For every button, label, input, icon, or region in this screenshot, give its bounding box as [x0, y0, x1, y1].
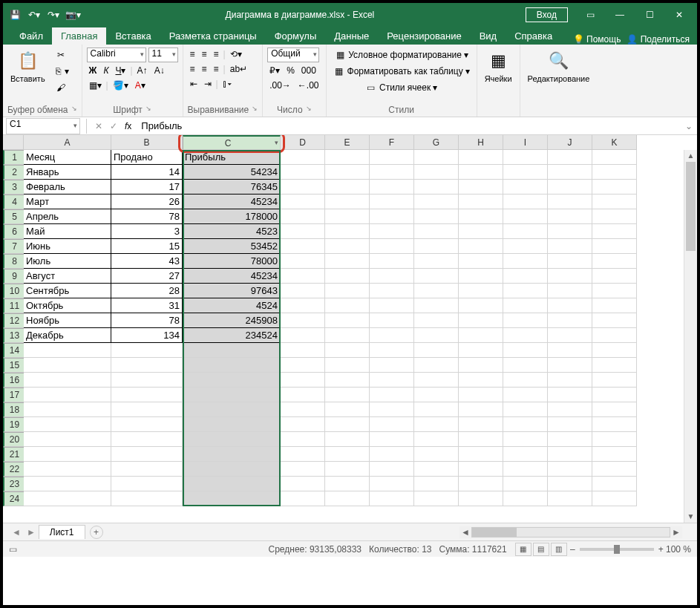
cell[interactable] [459, 298, 503, 313]
cell[interactable] [548, 209, 592, 224]
cell[interactable] [548, 284, 592, 298]
cell[interactable] [548, 150, 592, 165]
cell[interactable] [24, 447, 111, 462]
cell[interactable] [183, 417, 281, 432]
cell[interactable] [592, 224, 637, 239]
cell[interactable] [548, 417, 592, 432]
cell[interactable] [281, 269, 325, 284]
cell[interactable] [370, 447, 414, 462]
editing-button[interactable]: 🔍 Редактирование [525, 48, 593, 85]
cell[interactable] [370, 328, 414, 343]
cell[interactable] [24, 462, 111, 477]
increase-indent-button[interactable]: ⇥ [202, 77, 214, 91]
cell[interactable] [548, 432, 592, 447]
cell[interactable] [459, 165, 503, 180]
cell[interactable]: 76345 [183, 180, 281, 195]
cell[interactable] [183, 432, 281, 447]
cell[interactable]: 78 [111, 209, 183, 224]
cell[interactable] [111, 462, 183, 477]
cell[interactable] [183, 402, 281, 417]
cell[interactable] [281, 224, 325, 239]
cell[interactable] [548, 298, 592, 313]
cell[interactable] [548, 447, 592, 462]
align-right-button[interactable]: ≡ [212, 62, 221, 76]
cell[interactable] [325, 298, 370, 313]
cell[interactable] [414, 269, 459, 284]
cell[interactable] [459, 239, 503, 254]
tab-view[interactable]: Вид [471, 27, 506, 45]
increase-font-button[interactable]: A↑ [135, 64, 150, 77]
cell[interactable]: 45234 [183, 195, 281, 209]
paste-button[interactable]: 📋 Вставить [7, 48, 48, 85]
conditional-formatting-button[interactable]: ▦Условное форматирование▾ [331, 48, 472, 62]
increase-decimal-button[interactable]: .00→ [267, 79, 293, 92]
cell[interactable] [325, 462, 370, 477]
cell[interactable] [325, 254, 370, 269]
cell[interactable] [414, 432, 459, 447]
cell[interactable] [459, 477, 503, 491]
align-center-button[interactable]: ≡ [200, 62, 209, 76]
cell[interactable]: 245908 [183, 313, 281, 328]
scroll-thumb[interactable] [472, 528, 517, 537]
formula-input[interactable] [137, 119, 678, 133]
cell[interactable] [459, 343, 503, 358]
cell[interactable] [503, 284, 548, 298]
cell[interactable] [459, 224, 503, 239]
cell[interactable] [24, 373, 111, 388]
cell[interactable] [24, 432, 111, 447]
cell[interactable] [592, 165, 637, 180]
cell[interactable] [459, 313, 503, 328]
cell[interactable] [24, 402, 111, 417]
cell[interactable] [592, 491, 637, 506]
login-button[interactable]: Вход [526, 7, 568, 22]
cell[interactable] [592, 388, 637, 402]
dialog-launcher-icon[interactable]: ↘ [252, 105, 258, 115]
expand-formula-bar-icon[interactable]: ⌄ [681, 121, 697, 131]
comma-button[interactable]: 000 [299, 64, 318, 77]
align-bottom-button[interactable]: ≡ [212, 48, 221, 61]
tab-data[interactable]: Данные [325, 27, 378, 45]
cell[interactable] [548, 462, 592, 477]
add-sheet-button[interactable]: + [90, 526, 103, 539]
column-header[interactable]: B [111, 135, 183, 150]
tab-review[interactable]: Рецензирование [378, 27, 470, 45]
cell[interactable] [370, 209, 414, 224]
redo-icon[interactable]: ↷▾ [45, 6, 62, 24]
cell[interactable]: Продано [111, 150, 183, 165]
save-icon[interactable]: 💾 [6, 6, 24, 24]
border-button[interactable]: ▦▾ [87, 79, 104, 92]
cell[interactable]: 78000 [183, 254, 281, 269]
currency-button[interactable]: ₽▾ [267, 64, 282, 77]
cell[interactable] [370, 239, 414, 254]
cell[interactable] [370, 462, 414, 477]
cell[interactable] [281, 447, 325, 462]
cell[interactable] [414, 150, 459, 165]
cell[interactable] [459, 462, 503, 477]
cell[interactable] [503, 402, 548, 417]
merge-button[interactable]: ⫿▾ [220, 77, 234, 91]
fill-color-button[interactable]: 🪣▾ [111, 79, 131, 92]
cell[interactable] [281, 165, 325, 180]
dialog-launcher-icon[interactable]: ↘ [145, 105, 151, 115]
font-color-button[interactable]: A▾ [133, 79, 148, 92]
column-header[interactable]: C [183, 135, 281, 150]
cell[interactable] [414, 254, 459, 269]
cell[interactable] [281, 195, 325, 209]
cell[interactable] [325, 402, 370, 417]
cell[interactable] [281, 477, 325, 491]
decrease-decimal-button[interactable]: ←.00 [295, 79, 321, 92]
cell[interactable] [111, 358, 183, 373]
cell[interactable] [414, 298, 459, 313]
cell[interactable] [325, 313, 370, 328]
column-header[interactable]: F [370, 135, 414, 150]
cell[interactable] [281, 388, 325, 402]
align-top-button[interactable]: ≡ [188, 48, 197, 61]
cell[interactable] [548, 402, 592, 417]
cell[interactable]: 31 [111, 298, 183, 313]
cell[interactable] [325, 269, 370, 284]
cell[interactable] [281, 284, 325, 298]
dialog-launcher-icon[interactable]: ↘ [71, 105, 77, 115]
cell[interactable]: 97643 [183, 284, 281, 298]
cell[interactable] [503, 150, 548, 165]
cell[interactable] [592, 298, 637, 313]
